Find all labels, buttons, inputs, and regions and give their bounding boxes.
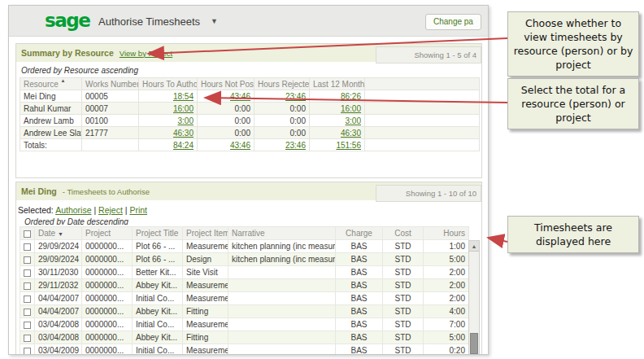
cell-project-item: Fitting — [183, 331, 228, 344]
cell-hours: 0:20 — [424, 344, 469, 356]
hours-not-posted-link[interactable]: 43:46 — [230, 92, 250, 101]
total-last-12-months-link[interactable]: 151:56 — [336, 141, 361, 150]
cell-cost: STD — [383, 331, 424, 344]
cell-narrative — [228, 331, 336, 344]
totals-row: Totals: 84:24 43:46 23:46 151:56 — [20, 139, 480, 151]
last-12-months-link[interactable]: 16:00 — [341, 104, 361, 113]
cell-narrative — [228, 318, 336, 331]
col-hours-not-posted[interactable]: Hours Not Posted — [198, 78, 255, 90]
page-title: Authorise Timesheets — [98, 15, 200, 28]
total-hours-not-posted-link[interactable]: 43:46 — [230, 141, 250, 150]
last-12-months-link[interactable]: 3:00 — [346, 116, 361, 125]
sort-descending-icon: ▼ — [58, 231, 63, 237]
view-by-project-link[interactable]: View by Project — [120, 49, 172, 58]
cell-works: 00100 — [82, 115, 139, 127]
cell-date: 03/04/2009 — [35, 344, 82, 356]
col-hours[interactable]: Hours — [424, 227, 469, 240]
cell-project-item: Site Visit — [183, 266, 228, 279]
table-row: 04/04/2007 0000000... Abbey Kit... Fitti… — [20, 305, 469, 318]
table-row: 30/11/2030 0000000... Better Kit... Site… — [20, 266, 469, 279]
col-project-title[interactable]: Project Title — [133, 227, 183, 240]
cell-project: 0000000... — [82, 266, 133, 279]
row-checkbox[interactable] — [24, 296, 31, 303]
selected-label: Selected: — [18, 205, 54, 215]
hours-rejected-link[interactable]: 23:46 — [285, 92, 306, 101]
cell-project-title: Initial Co... — [133, 318, 183, 331]
cell-project: 0000000... — [82, 318, 133, 331]
col-filler — [365, 78, 480, 90]
cell-project-item: Measurements — [183, 292, 228, 305]
row-checkbox[interactable] — [24, 309, 31, 316]
summary-ordered-by: Ordered by Resource ascending — [21, 66, 481, 75]
row-checkbox[interactable] — [24, 282, 31, 290]
summary-header-row: Resource ▲ Works Number Hours To Authori… — [20, 78, 480, 90]
cell-hours-rejected: 0:00 — [255, 115, 310, 127]
total-hours-rejected-link[interactable]: 23:46 — [285, 141, 306, 150]
col-hours-rejected[interactable]: Hours Rejected — [255, 78, 310, 90]
col-narrative[interactable]: Narrative — [228, 227, 336, 240]
col-last-12-months[interactable]: Last 12 Months — [310, 78, 365, 90]
row-checkbox[interactable] — [24, 348, 31, 355]
table-row: 29/09/2024 0000000... Plot 66 - ... Desi… — [20, 253, 469, 266]
cell-hours: 2:00 — [424, 279, 469, 292]
cell-hours: 5:00 — [424, 331, 469, 344]
table-row: 04/04/2007 0000000... Initial Co... Meas… — [20, 292, 469, 305]
col-project-item[interactable]: Project Item — [183, 227, 228, 240]
cell-cost: STD — [383, 240, 424, 253]
chevron-down-icon[interactable]: ▼ — [211, 17, 218, 25]
row-checkbox[interactable] — [24, 243, 31, 251]
col-date[interactable]: Date ▼ — [35, 227, 82, 240]
timesheets-panel-header: Mei Ding - Timesheets to Authorise Showi… — [16, 182, 481, 200]
row-checkbox[interactable] — [24, 335, 31, 342]
col-cost[interactable]: Cost — [383, 227, 424, 240]
summary-showing-count: Showing 1 - 5 of 4 — [376, 46, 481, 63]
col-hours-to-authorise[interactable]: Hours To Authorise — [139, 78, 198, 90]
cell-project-title: Plot 66 - ... — [133, 240, 183, 253]
hours-to-authorise-link[interactable]: 16:00 — [173, 104, 194, 113]
hours-to-authorise-link[interactable]: 18:54 — [173, 92, 194, 101]
summary-title: Summary by Resource — [21, 48, 114, 58]
timesheets-header-row: Date ▼ Project Project Title Project Ite… — [20, 227, 469, 240]
col-works-number[interactable]: Works Number — [82, 78, 139, 90]
hours-to-authorise-link[interactable]: 46:30 — [173, 129, 194, 138]
cell-project: 0000000... — [82, 292, 133, 305]
col-resource-label: Resource — [24, 80, 59, 89]
scroll-up-button[interactable]: ▲ — [469, 241, 479, 252]
col-charge[interactable]: Charge — [336, 227, 383, 240]
timesheets-ordered-by: Ordered by Date descending — [24, 217, 481, 225]
print-link[interactable]: Print — [129, 205, 147, 215]
total-hours-to-authorise-link[interactable]: 84:24 — [173, 141, 194, 150]
cell-project: 0000000... — [82, 240, 133, 253]
app-window: sage Authorise Timesheets ▼ Change pa Su… — [8, 5, 489, 355]
cell-resource: Andrew Lee Slavin — [20, 127, 82, 139]
cell-date: 30/11/2030 — [35, 266, 82, 279]
cell-hours-not-posted: 0:00 — [198, 103, 255, 115]
selected-actions: Selected: Authorise | Reject | Print — [18, 205, 481, 215]
summary-panel: Summary by Resource View by Project Show… — [15, 43, 482, 178]
cell-works — [82, 139, 139, 151]
cell-project-title: Abbey Kit... — [133, 331, 183, 344]
select-all-checkbox[interactable] — [24, 230, 31, 238]
reject-link[interactable]: Reject — [98, 205, 123, 215]
table-row: 29/09/2024 0000000... Plot 66 - ... Meas… — [20, 240, 469, 253]
row-checkbox[interactable] — [24, 256, 31, 264]
vertical-scrollbar[interactable]: ▲ — [468, 240, 480, 355]
scrollbar-thumb[interactable] — [470, 333, 478, 354]
row-checkbox[interactable] — [24, 269, 31, 277]
cell-charge: BAS — [336, 240, 383, 253]
authorise-link[interactable]: Authorise — [55, 205, 91, 215]
cell-narrative — [228, 279, 336, 292]
row-checkbox[interactable] — [24, 322, 31, 329]
cell-hours-rejected: 0:00 — [255, 103, 310, 115]
hours-to-authorise-link[interactable]: 3:00 — [178, 116, 194, 125]
timesheets-table-wrap: Date ▼ Project Project Title Project Ite… — [16, 226, 481, 355]
col-project[interactable]: Project — [82, 227, 133, 240]
change-page-button[interactable]: Change pa — [425, 14, 481, 30]
cell-date: 03/04/2008 — [35, 331, 82, 344]
cell-project-item: Measurements — [183, 344, 228, 356]
col-resource[interactable]: Resource ▲ — [20, 78, 82, 90]
table-row: Rahul Kumar 00007 16:00 0:00 0:00 16:00 — [20, 103, 480, 115]
callout-timesheets: Timesheets are displayed here — [507, 216, 639, 253]
last-12-months-link[interactable]: 86:26 — [341, 92, 361, 101]
last-12-months-link[interactable]: 46:30 — [341, 129, 361, 138]
